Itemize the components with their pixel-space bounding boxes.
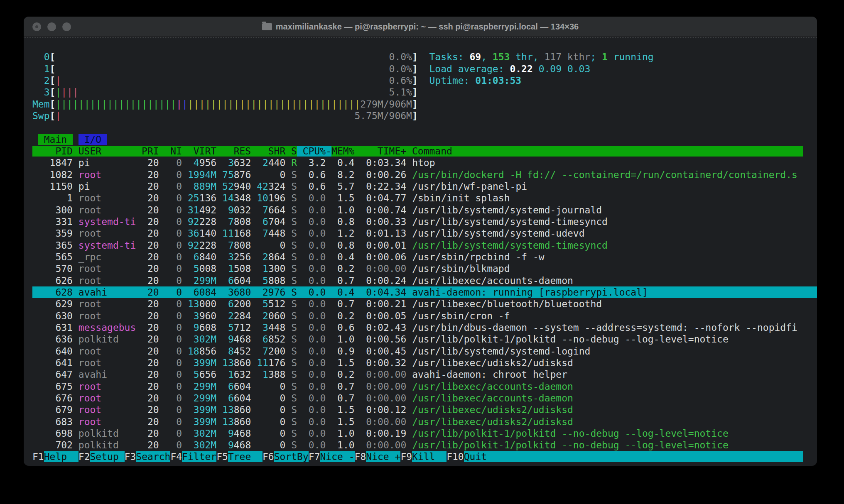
cell-mem-percent: 1.5 xyxy=(331,404,354,415)
fkey-f2[interactable]: F2Setup xyxy=(79,451,125,462)
fkey-f9[interactable]: F9Kill xyxy=(400,451,447,462)
process-row-630[interactable]: 630 root 20 0 3960 2284 2060 S 0.0 0.2 0… xyxy=(32,310,817,322)
cpu-meter-1: 1[ 0.0%] Load average: 0.22 0.09 0.03 xyxy=(32,63,817,75)
cell-state: S xyxy=(291,181,297,192)
process-row-631[interactable]: 631 messagebus 20 0 9608 5712 3448 S 0.0… xyxy=(32,322,817,333)
cell-pid: 626 xyxy=(32,275,73,286)
process-row-565[interactable]: 565 _rpc 20 0 6840 3256 2864 S 0.0 0.4 0… xyxy=(32,251,817,263)
cell-nice: 0 xyxy=(165,311,182,321)
cell-pid: 641 xyxy=(32,357,73,368)
process-row-676[interactable]: 676 root 20 0 299M 6604 0 S 0.0 0.7 0:00… xyxy=(32,392,817,404)
fkey-label: Help xyxy=(44,451,79,462)
fkey-f8[interactable]: F8Nice + xyxy=(355,451,401,462)
cell-nice: 0 xyxy=(165,346,182,357)
close-button[interactable] xyxy=(32,22,41,31)
fkey-f7[interactable]: F7Nice - xyxy=(309,451,355,462)
cell-time: 0:00.74 xyxy=(361,205,407,215)
cell-nice: 0 xyxy=(165,157,182,168)
cell-pid: 683 xyxy=(32,416,73,427)
process-row-570[interactable]: 570 root 20 0 5008 1508 1300 S 0.0 0.2 0… xyxy=(32,263,817,274)
process-row-641[interactable]: 641 root 20 0 399M 13860 11176 S 0.0 1.5… xyxy=(32,357,817,369)
cell-user: root xyxy=(79,416,136,427)
column-headers-right[interactable]: MEM% TIME+ Command xyxy=(331,146,803,157)
cell-user: pi xyxy=(79,157,136,168)
cell-nice: 0 xyxy=(165,205,182,215)
window-title-group: maximiliankaske — pi@raspberrypi: ~ — ss… xyxy=(262,22,579,32)
process-row-1[interactable]: 1 root 20 0 25136 14348 10196 S 0.0 1.5 … xyxy=(32,192,817,204)
table-header-row[interactable]: PID USER PRI NI VIRT RES SHR S CPU%-MEM%… xyxy=(32,145,817,157)
cell-cpu-percent: 0.6 xyxy=(303,181,326,192)
process-row-365[interactable]: 365 systemd-ti 20 0 92228 7808 0 S 0.0 0… xyxy=(32,240,817,251)
process-row-675[interactable]: 675 root 20 0 299M 6604 0 S 0.0 0.7 0:00… xyxy=(32,381,817,392)
cell-state: S xyxy=(291,369,297,380)
cell-nice: 0 xyxy=(165,275,182,286)
zoom-button[interactable] xyxy=(62,22,71,31)
cell-state: S xyxy=(291,205,297,215)
process-row-702[interactable]: 702 polkitd 20 0 302M 9468 0 S 0.0 1.0 0… xyxy=(32,439,817,451)
cell-mem-percent: 1.0 xyxy=(331,334,354,345)
cell-time: 0:00.00 xyxy=(361,416,407,427)
cell-pid: 300 xyxy=(32,205,73,215)
window-title: maximiliankaske — pi@raspberrypi: ~ — ss… xyxy=(276,22,579,32)
cell-priority: 20 xyxy=(142,357,159,368)
process-row-640[interactable]: 640 root 20 0 18856 8452 7200 S 0.0 0.9 … xyxy=(32,345,817,357)
fkey-f6[interactable]: F6SortBy xyxy=(263,451,309,462)
process-row-1082[interactable]: 1082 root 20 0 1994M 75876 0 S 0.6 8.2 0… xyxy=(32,169,817,181)
cell-user: systemd-ti xyxy=(79,240,136,251)
cell-nice: 0 xyxy=(165,298,182,309)
screen-tabs-row: Main I/O xyxy=(32,134,817,145)
cell-pid: 675 xyxy=(32,381,73,392)
cell-user: root xyxy=(79,275,136,286)
fkey-f4[interactable]: F4Filter xyxy=(170,451,216,462)
process-row-300[interactable]: 300 root 20 0 31492 9032 7664 S 0.0 1.0 … xyxy=(32,204,817,216)
process-row-331[interactable]: 331 systemd-ti 20 0 92228 7808 6704 S 0.… xyxy=(32,216,817,228)
meter-label: 0 xyxy=(32,51,50,62)
cell-state: S xyxy=(291,404,297,415)
cell-nice: 0 xyxy=(165,216,182,227)
cell-cpu-percent: 0.0 xyxy=(303,404,326,415)
meter-bracket: [ xyxy=(50,51,56,62)
fkey-f10[interactable]: F10Quit xyxy=(447,451,498,462)
cell-mem-percent: 8.2 xyxy=(331,169,354,180)
fkey-label: Nice + xyxy=(366,451,400,462)
title-bar[interactable]: maximiliankaske — pi@raspberrypi: ~ — ss… xyxy=(24,17,817,37)
cell-nice: 0 xyxy=(165,440,182,450)
col-header-cpu-sorted[interactable]: CPU%- xyxy=(297,146,331,157)
cell-mem-percent: 1.0 xyxy=(331,440,354,450)
cell-time: 0:03.34 xyxy=(361,157,407,168)
process-row-647[interactable]: 647 avahi 20 0 5656 1632 1388 S 0.0 0.2 … xyxy=(32,369,817,380)
fkey-f3[interactable]: F3Search xyxy=(125,451,171,462)
cell-nice: 0 xyxy=(165,334,182,345)
cell-time: 0:01.13 xyxy=(361,228,407,239)
meter-bar-green: ||||||||||||||||||||| xyxy=(55,99,176,110)
fkey-f1[interactable]: F1Help xyxy=(32,451,79,462)
process-row-359[interactable]: 359 root 20 0 36140 11168 7448 S 0.0 1.2… xyxy=(32,228,817,239)
cell-state: S xyxy=(291,334,297,345)
cell-state: S xyxy=(291,393,297,404)
tab-main[interactable]: Main xyxy=(38,134,73,145)
cell-cpu-percent: 0.0 xyxy=(303,440,326,450)
process-row-636[interactable]: 636 polkitd 20 0 302M 9468 6852 S 0.0 1.… xyxy=(32,333,817,345)
minimize-button[interactable] xyxy=(47,22,56,31)
process-row-698[interactable]: 698 polkitd 20 0 302M 9468 0 S 0.0 1.0 0… xyxy=(32,428,817,439)
tab-io[interactable]: I/O xyxy=(79,134,107,145)
process-row-1847[interactable]: 1847 pi 20 0 4956 3632 2440 R 3.2 0.4 0:… xyxy=(32,157,817,169)
process-row-1150[interactable]: 1150 pi 20 0 889M 52940 42324 S 0.6 5.7 … xyxy=(32,181,817,192)
cell-command: /usr/libexec/accounts-daemon xyxy=(412,381,803,392)
cell-nice: 0 xyxy=(165,169,182,180)
cell-state: S xyxy=(291,228,297,239)
process-row-629[interactable]: 629 root 20 0 13000 6200 5512 S 0.0 0.7 … xyxy=(32,298,817,310)
process-row-626[interactable]: 626 root 20 0 299M 6604 5808 S 0.0 0.7 0… xyxy=(32,275,817,286)
meter-value: 5.1% xyxy=(389,87,412,98)
process-row-679[interactable]: 679 root 20 0 399M 13860 0 S 0.0 1.5 0:0… xyxy=(32,404,817,416)
fkey-f5[interactable]: F5Tree xyxy=(216,451,263,462)
cell-priority: 20 xyxy=(142,275,159,286)
process-row-683[interactable]: 683 root 20 0 399M 13860 0 S 0.0 1.5 0:0… xyxy=(32,416,817,428)
column-headers-left[interactable]: PID USER PRI NI VIRT RES SHR S xyxy=(32,146,297,157)
meter-label: Swp xyxy=(32,110,50,121)
cell-mem-percent: 1.0 xyxy=(331,205,354,215)
cell-pid: 636 xyxy=(32,334,73,345)
process-row-628[interactable]: 628 avahi 20 0 6084 3680 2976 S 0.0 0.4 … xyxy=(32,286,817,298)
cell-state: S xyxy=(291,311,297,321)
cell-state: S xyxy=(291,275,297,286)
